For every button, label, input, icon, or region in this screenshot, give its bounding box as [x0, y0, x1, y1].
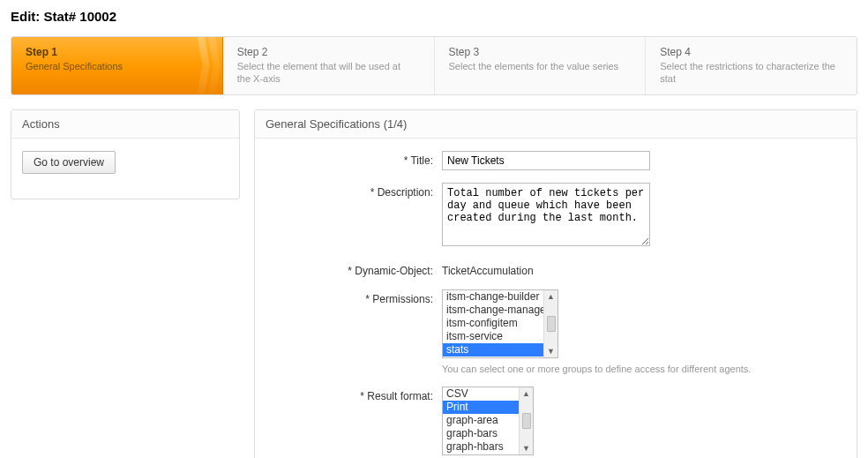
- permissions-hint: You can select one or more groups to def…: [442, 364, 846, 374]
- list-item[interactable]: graph-hbars: [443, 440, 519, 454]
- list-item[interactable]: Print: [443, 401, 519, 414]
- dynamic-object-label: Dynamic-Object:: [266, 261, 442, 277]
- permissions-label: Permissions:: [266, 289, 442, 305]
- actions-panel: Actions Go to overview: [11, 109, 240, 199]
- step-desc: Select the elements for the value series: [449, 60, 628, 72]
- scroll-up-icon[interactable]: ▲: [522, 389, 530, 398]
- list-item[interactable]: stats: [443, 343, 543, 357]
- scrollbar[interactable]: ▲ ▼: [543, 290, 557, 357]
- list-item[interactable]: CSV: [443, 387, 519, 401]
- list-item[interactable]: itsm-service: [443, 330, 543, 343]
- scroll-down-icon[interactable]: ▼: [522, 444, 530, 453]
- title-label: Title:: [266, 151, 442, 167]
- result-format-label: Result format:: [266, 387, 442, 402]
- actions-header: Actions: [11, 110, 239, 139]
- list-item[interactable]: itsm-change-builder: [443, 290, 543, 304]
- description-label: Description:: [266, 183, 442, 199]
- list-item[interactable]: graph-bars: [443, 427, 519, 440]
- scrollbar[interactable]: ▲ ▼: [519, 387, 533, 454]
- step-title: Step 4: [660, 46, 839, 58]
- title-input[interactable]: [442, 151, 650, 170]
- step-desc: General Specifications: [26, 60, 205, 72]
- description-textarea[interactable]: Total number of new tickets per day and …: [442, 183, 650, 246]
- wizard-step-4[interactable]: Step 4 Select the restrictions to charac…: [645, 37, 857, 94]
- wizard-steps: Step 1 General Specifications Step 2 Sel…: [11, 36, 857, 95]
- go-to-overview-button[interactable]: Go to overview: [22, 151, 116, 174]
- form-panel: General Specifications (1/4) Title: Desc…: [254, 109, 857, 458]
- step-title: Step 2: [237, 46, 416, 58]
- wizard-step-1[interactable]: Step 1 General Specifications: [11, 36, 223, 95]
- page-title: Edit: Stat# 10002: [11, 9, 857, 24]
- list-item[interactable]: graph-area: [443, 414, 519, 427]
- scroll-thumb[interactable]: [547, 316, 556, 332]
- list-item[interactable]: itsm-configitem: [443, 317, 543, 330]
- step-title: Step 1: [26, 46, 205, 58]
- wizard-step-3[interactable]: Step 3 Select the elements for the value…: [434, 37, 646, 94]
- scroll-up-icon[interactable]: ▲: [547, 292, 555, 301]
- form-header: General Specifications (1/4): [255, 110, 857, 139]
- permissions-listbox[interactable]: itsm-change-builder itsm-change-manager …: [442, 289, 558, 358]
- dynamic-object-value: TicketAccumulation: [442, 261, 846, 277]
- scroll-down-icon[interactable]: ▼: [547, 347, 555, 356]
- wizard-step-2[interactable]: Step 2 Select the element that will be u…: [223, 37, 434, 94]
- list-item[interactable]: itsm-change-manager: [443, 304, 543, 317]
- step-desc: Select the restrictions to characterize …: [660, 60, 839, 86]
- step-title: Step 3: [449, 46, 628, 58]
- scroll-thumb[interactable]: [522, 413, 531, 429]
- result-format-listbox[interactable]: CSV Print graph-area graph-bars graph-hb…: [442, 387, 534, 455]
- step-desc: Select the element that will be used at …: [237, 60, 416, 86]
